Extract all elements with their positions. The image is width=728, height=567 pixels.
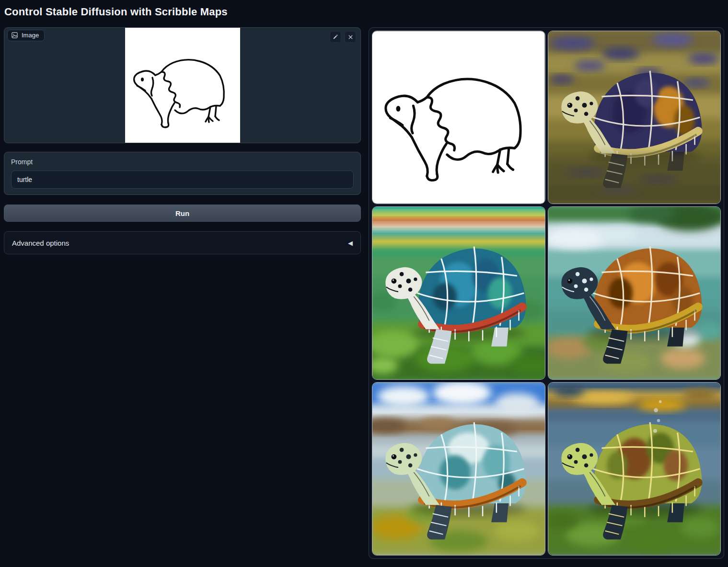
generated-turtle-image (548, 31, 721, 204)
gallery-item-turtle-underwater-gold[interactable] (548, 382, 721, 556)
image-label-chip: Image (7, 30, 45, 41)
image-toolbar (330, 31, 356, 43)
prompt-panel: Prompt (4, 152, 361, 195)
image-label: Image (22, 32, 39, 39)
generated-turtle-image (372, 383, 545, 555)
advanced-options-accordion[interactable]: Advanced options ◀ (4, 231, 361, 254)
close-icon (348, 34, 353, 40)
page-title: Control Stable Diffusion with Scribble M… (4, 6, 228, 18)
generated-turtle-image (372, 207, 545, 379)
advanced-options-label: Advanced options (12, 239, 69, 247)
scribble-image (372, 31, 545, 204)
gallery-item-turtle-vivid-underwater[interactable] (372, 206, 545, 380)
gallery-item-scribble-map[interactable] (372, 31, 545, 204)
gallery-item-turtle-golden-water[interactable] (548, 31, 721, 204)
gallery-item-turtle-mountain-lake[interactable] (372, 382, 545, 556)
image-icon (11, 32, 18, 39)
run-button[interactable]: Run (4, 204, 361, 222)
generated-turtle-image (548, 207, 721, 379)
gallery-item-turtle-clear-stream[interactable] (548, 206, 721, 380)
input-column: Image Prompt Run Advanced options ◀ (4, 27, 361, 254)
triangle-left-icon: ◀ (348, 239, 353, 247)
clear-image-button[interactable] (345, 31, 356, 43)
prompt-input[interactable] (11, 170, 354, 189)
image-input-panel: Image (4, 27, 361, 143)
generated-turtle-image (548, 383, 721, 555)
prompt-label: Prompt (11, 158, 354, 166)
pencil-icon (333, 34, 338, 40)
scribble-image (125, 28, 240, 143)
output-gallery (369, 27, 724, 559)
image-input-canvas[interactable] (125, 28, 240, 143)
edit-image-button[interactable] (330, 31, 341, 43)
